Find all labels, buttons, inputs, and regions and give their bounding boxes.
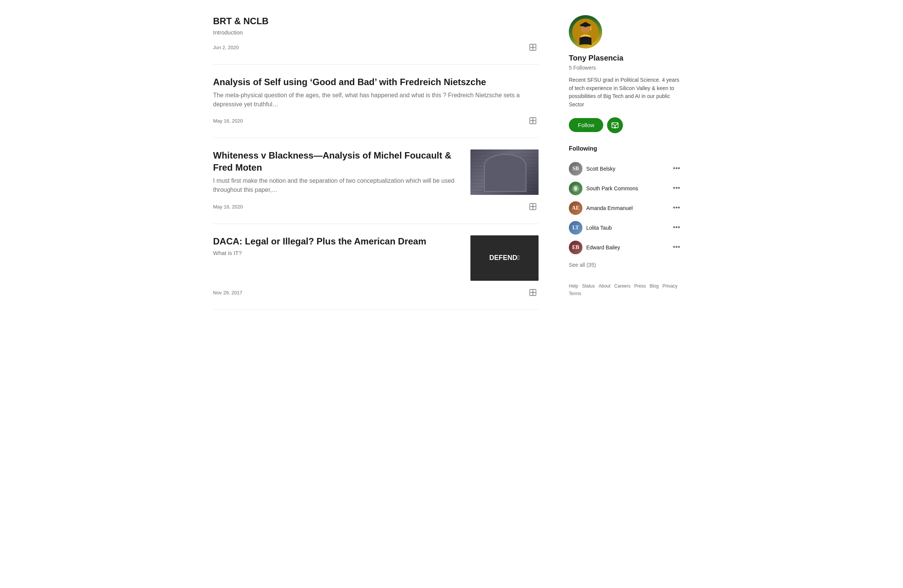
avatar <box>569 15 602 49</box>
article-item: DACA: Legal or Illegal? Plus the America… <box>213 224 538 310</box>
avatar <box>569 182 582 195</box>
article-excerpt: The meta-physical question of the ages, … <box>213 91 538 109</box>
list-item: South Park Commons ••• <box>569 179 682 198</box>
footer-terms-link[interactable]: Terms <box>569 291 581 296</box>
sidebar: Tony Plasencia 5 Followers Recent SFSU g… <box>569 15 682 310</box>
article-title[interactable]: DACA: Legal or Illegal? Plus the America… <box>213 235 463 247</box>
article-excerpt: I must first make the notion and the sep… <box>213 176 463 195</box>
author-name: Tony Plasencia <box>569 54 682 63</box>
avatar: EB <box>569 241 582 254</box>
article-meta: May 16, 2020 <box>213 115 538 126</box>
article-meta: May 16, 2020 <box>213 201 538 212</box>
footer-press-link[interactable]: Press <box>634 283 646 289</box>
avatar: LT <box>569 221 582 234</box>
following-name[interactable]: South Park Commons <box>586 186 667 192</box>
main-content: BRT & NCLB Introduction Jun 2, 2020 Anal… <box>213 15 538 310</box>
article-thumbnail <box>470 235 538 281</box>
following-name[interactable]: Amanda Emmanuel <box>586 205 667 211</box>
list-item: EB Edward Bailey ••• <box>569 237 682 257</box>
article-subtitle: What is IT? <box>213 250 463 256</box>
footer-links: Help Status About Careers Press Blog Pri… <box>569 283 682 296</box>
article-item: BRT & NCLB Introduction Jun 2, 2020 <box>213 15 538 65</box>
subscribe-button[interactable] <box>607 117 623 133</box>
avatar: SB <box>569 162 582 176</box>
article-title[interactable]: BRT & NCLB <box>213 15 538 27</box>
following-name[interactable]: Edward Bailey <box>586 244 667 250</box>
add-to-list-button[interactable] <box>527 115 538 126</box>
avatar-image <box>569 15 602 49</box>
article-date: Nov 29, 2017 <box>213 290 242 296</box>
article-thumbnail <box>470 149 538 195</box>
article-date: May 16, 2020 <box>213 204 243 210</box>
article-item: Whiteness v Blackness—Analysis of Michel… <box>213 138 538 224</box>
following-name[interactable]: Lolita Taub <box>586 225 667 231</box>
article-title[interactable]: Analysis of Self using ‘Good and Bad’ wi… <box>213 76 538 88</box>
article-date: Jun 2, 2020 <box>213 45 239 50</box>
article-meta: Nov 29, 2017 <box>213 287 538 298</box>
see-all-link[interactable]: See all (35) <box>569 262 596 268</box>
followers-count: 5 Followers <box>569 65 682 71</box>
list-item: AE Amanda Emmanuel ••• <box>569 198 682 218</box>
svg-point-18 <box>590 29 592 30</box>
footer-careers-link[interactable]: Careers <box>614 283 631 289</box>
list-item: LT Lolita Taub ••• <box>569 218 682 237</box>
more-options-button[interactable]: ••• <box>671 203 682 214</box>
avatar: AE <box>569 201 582 215</box>
add-to-list-button[interactable] <box>527 201 538 212</box>
footer-help-link[interactable]: Help <box>569 283 578 289</box>
more-options-button[interactable]: ••• <box>671 242 682 253</box>
article-subtitle: Introduction <box>213 29 538 36</box>
article-item: Analysis of Self using ‘Good and Bad’ wi… <box>213 65 538 138</box>
more-options-button[interactable]: ••• <box>671 222 682 233</box>
footer-privacy-link[interactable]: Privacy <box>662 283 677 289</box>
more-options-button[interactable]: ••• <box>671 163 682 174</box>
list-item: SB Scott Belsky ••• <box>569 159 682 179</box>
following-name[interactable]: Scott Belsky <box>586 166 667 172</box>
footer-status-link[interactable]: Status <box>582 283 595 289</box>
add-to-list-button[interactable] <box>527 42 538 53</box>
article-meta: Jun 2, 2020 <box>213 42 538 53</box>
following-section: Following SB Scott Belsky ••• South Park… <box>569 145 682 268</box>
following-list: SB Scott Belsky ••• South Park Commons •… <box>569 159 682 257</box>
following-title: Following <box>569 145 682 152</box>
more-options-button[interactable]: ••• <box>671 183 682 194</box>
follow-button[interactable]: Follow <box>569 118 603 132</box>
footer-about-link[interactable]: About <box>599 283 610 289</box>
author-actions: Follow <box>569 117 682 133</box>
author-bio: Recent SFSU grad in Political Science. 4… <box>569 76 682 109</box>
add-to-list-button[interactable] <box>527 287 538 298</box>
article-title[interactable]: Whiteness v Blackness—Analysis of Michel… <box>213 149 463 173</box>
article-date: May 16, 2020 <box>213 118 243 124</box>
footer-blog-link[interactable]: Blog <box>650 283 659 289</box>
